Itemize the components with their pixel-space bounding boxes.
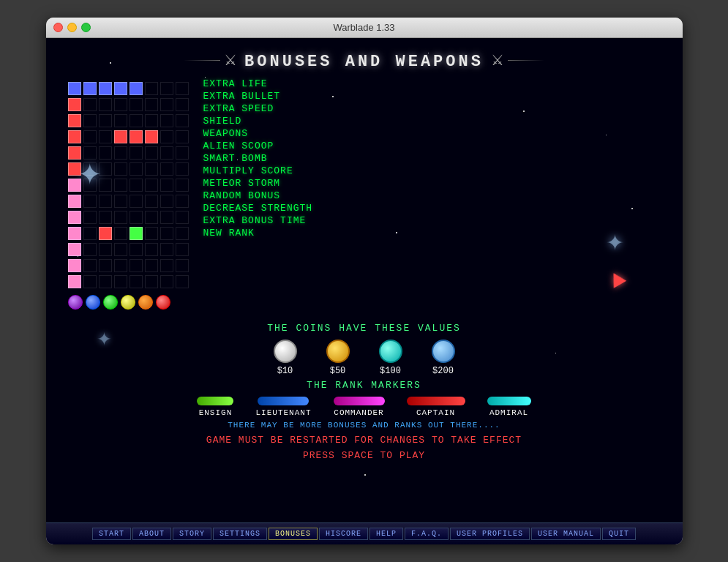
rank-section: THE RANK MARKERS ENSIGN LIEUTENANT COMMA… — [46, 380, 683, 430]
nav-help[interactable]: HELP — [369, 528, 403, 540]
main-content: EXTRA LIFE EXTRA BULLET EXTRA SPEED SHIE… — [46, 71, 683, 317]
nav-quit[interactable]: QUIT — [602, 528, 636, 540]
nav-hiscore[interactable]: HISCORE — [319, 528, 368, 540]
coin-50: $50 — [326, 340, 350, 376]
gem-green — [103, 295, 118, 310]
rank-bar-captain — [407, 397, 465, 405]
warning-text: GAME MUST BE RESTARTED FOR CHANGES TO TA… — [206, 433, 522, 464]
rank-label-commander: COMMANDER — [334, 408, 383, 417]
coin-gold-icon — [326, 340, 350, 363]
coin-50-value: $50 — [330, 366, 346, 376]
rank-note: THERE MAY BE MORE BONUSES AND RANKS OUT … — [46, 421, 683, 430]
bonus-multiply-score: MULTIPLY SCORE — [203, 165, 313, 176]
rank-label-ensign: ENSIGN — [199, 408, 233, 417]
nav-start[interactable]: START — [92, 528, 131, 540]
rank-ensign: ENSIGN — [197, 397, 233, 417]
coin-blue-icon — [432, 340, 455, 363]
bonus-new-rank: NEW RANK — [203, 228, 313, 239]
nav-faq[interactable]: F.A.Q. — [405, 528, 449, 540]
coins-title: THE COINS HAVE THESE VALUES — [46, 323, 683, 334]
title-bar: Warblade 1.33 — [46, 18, 683, 38]
coin-white-icon — [274, 340, 297, 363]
nav-bar: START ABOUT STORY SETTINGS BONUSES HISCO… — [46, 522, 683, 544]
rank-lieutenant: LIEUTENANT — [255, 397, 311, 417]
rank-label-captain: CAPTAIN — [416, 408, 455, 417]
app-window: Warblade 1.33 ✦ ✦ ✦ — [46, 18, 683, 544]
rank-captain: CAPTAIN — [407, 397, 465, 417]
minimize-button[interactable] — [67, 23, 77, 32]
rank-markers: ENSIGN LIEUTENANT COMMANDER CAPTAIN ADMI… — [46, 397, 683, 417]
coin-200: $200 — [432, 340, 455, 376]
bonus-list: EXTRA LIFE EXTRA BULLET EXTRA SPEED SHIE… — [203, 78, 313, 310]
gem-yellow — [121, 295, 135, 310]
rank-commander: COMMANDER — [334, 397, 385, 417]
rank-label-admiral: ADMIRAL — [489, 408, 528, 417]
close-button[interactable] — [53, 23, 63, 32]
bonus-random-bonus: RANDOM BONUS — [203, 190, 313, 201]
bonus-decrease-strength: DECREASE STRENGTH — [203, 203, 313, 214]
rank-label-lieutenant: LIEUTENANT — [255, 408, 311, 417]
nav-user-profiles[interactable]: USER PROFILES — [450, 528, 530, 540]
bonus-shield: SHIELD — [203, 116, 313, 127]
rank-bar-ensign — [197, 397, 233, 405]
window-title: Warblade 1.33 — [333, 22, 394, 33]
coin-10-value: $10 — [277, 366, 293, 376]
nav-bonuses[interactable]: BONUSES — [269, 528, 318, 540]
rank-title: THE RANK MARKERS — [46, 380, 683, 391]
coin-10: $10 — [274, 340, 297, 376]
coin-200-value: $200 — [432, 366, 454, 376]
bonus-extra-bullet: EXTRA BULLET — [203, 91, 313, 102]
rank-bar-admiral — [487, 397, 531, 405]
bonus-grid-panel — [68, 82, 189, 310]
bonus-alien-scoop: ALIEN SCOOP — [203, 140, 313, 151]
rank-admiral: ADMIRAL — [487, 397, 531, 417]
rank-bar-commander — [334, 397, 385, 405]
coin-100-value: $100 — [380, 366, 401, 376]
nav-about[interactable]: ABOUT — [132, 528, 171, 540]
coin-teal-icon — [379, 340, 402, 363]
game-area: ✦ ✦ ✦ ⚔ BONUSES AND WEAPONS ⚔ — [46, 38, 683, 522]
coin-100: $100 — [379, 340, 402, 376]
traffic-lights — [53, 23, 91, 32]
bonus-smart-bomb: SMART BOMB — [203, 153, 313, 164]
bonus-weapons: WEAPONS — [203, 128, 313, 139]
gem-blue — [86, 295, 100, 310]
gem-row — [68, 295, 189, 310]
rank-bar-lieutenant — [258, 397, 309, 405]
gem-red — [156, 295, 170, 310]
bonus-extra-speed: EXTRA SPEED — [203, 103, 313, 114]
coins-section: THE COINS HAVE THESE VALUES $10 $50 $100… — [46, 323, 683, 376]
warning-line2: PRESS SPACE TO PLAY — [206, 449, 522, 464]
maximize-button[interactable] — [81, 23, 91, 32]
nav-settings[interactable]: SETTINGS — [213, 528, 267, 540]
coins-row: $10 $50 $100 $200 — [46, 340, 683, 376]
nav-user-manual[interactable]: USER MANUAL — [531, 528, 601, 540]
warning-line1: GAME MUST BE RESTARTED FOR CHANGES TO TA… — [206, 433, 522, 449]
bonus-extra-bonus-time: EXTRA BONUS TIME — [203, 215, 313, 226]
nav-story[interactable]: STORY — [173, 528, 211, 540]
gem-purple — [68, 295, 83, 310]
gem-orange — [138, 295, 153, 310]
bonus-extra-life: EXTRA LIFE — [203, 78, 313, 89]
bonus-meteor-storm: METEOR STORM — [203, 178, 313, 189]
